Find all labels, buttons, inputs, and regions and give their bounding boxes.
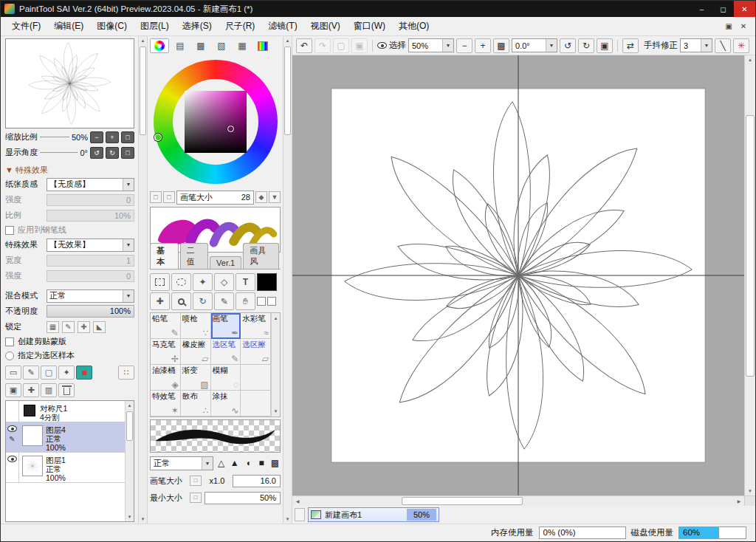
navigator-preview[interactable] [5,38,134,128]
brush-eraser[interactable]: 橡皮擦▱ [181,339,211,365]
brush-scatter[interactable]: 散布∴ [181,391,211,416]
canvas-rotate-cw-button[interactable]: ↻ [578,38,594,53]
apply-to-pen-checkbox[interactable] [5,226,14,235]
paper-texture-select[interactable]: 【无质感】 ▼ [47,178,134,191]
tab-scroll-button[interactable] [295,508,305,521]
layer-visibility-cell[interactable] [6,453,19,482]
brush-size-combo[interactable]: 画笔大小 28 [176,191,254,205]
redo-button[interactable]: ↷ [315,38,331,53]
brush-size-dropdown-button[interactable]: ▼ [269,191,281,203]
brush-size-unit-button[interactable]: □ [190,476,202,486]
zoom-reset-button[interactable]: □ [121,131,134,143]
tab-ver1[interactable]: Ver.1 [210,256,241,269]
background-color-swatch[interactable] [257,297,266,306]
brush-marker[interactable]: 马克笔✢ [151,339,181,365]
brush-pencil[interactable]: 铅笔✎ [151,313,181,339]
undo-button[interactable]: ↶ [296,38,312,53]
tab-painting[interactable]: 画具风 [243,243,279,269]
foreground-color-swatch[interactable] [257,273,277,291]
new-layer-button[interactable]: ▭ [5,366,21,380]
rgb-sliders-tab[interactable]: ▤ [171,38,190,53]
layer-row-layer4[interactable]: ✎ 图层4 正常 100% [6,422,125,453]
new-sketch-layer-button[interactable]: ✎ [23,366,39,380]
menu-ruler[interactable]: 尺子(R) [219,18,262,35]
menu-image[interactable]: 图像(C) [90,18,134,35]
color-mixer-tab[interactable]: ▧ [212,38,231,53]
brush-size-input[interactable]: 16.0 [233,475,281,487]
blend-mode-select[interactable]: 正常 ▼ [47,289,134,303]
deselect-button[interactable]: ▢ [333,38,349,53]
canvas-zoom-out-button[interactable]: − [456,38,472,53]
layers-scrollbar[interactable]: ▲ ▼ [125,401,134,521]
brush-empty-slot[interactable] [241,391,271,416]
scratchpad-tab[interactable] [253,38,272,53]
brush-tip-dome-icon[interactable]: ◖ [242,458,253,468]
effect-width-input[interactable]: 1 [47,255,134,267]
middle-panel-scrollbar[interactable]: ▲ ▼ [283,36,292,524]
brush-selection-eraser[interactable]: 选区擦▱ [241,339,271,365]
menu-file[interactable]: 文件(F) [5,18,47,35]
canvas-rotate-ccw-button[interactable]: ↺ [560,38,576,53]
menu-window[interactable]: 窗口(W) [347,18,392,35]
menu-edit[interactable]: 编辑(E) [47,18,90,35]
lock-pencil-button[interactable]: ✎ [62,321,75,333]
selection-source-radio[interactable] [5,351,14,360]
document-restore-button[interactable]: ▣ [721,22,736,30]
crop-selection-button[interactable]: ▣ [351,38,368,53]
saturation-value-square[interactable] [185,91,247,153]
brush-airbrush[interactable]: 喷枪∵ [181,313,211,339]
brush-bucket[interactable]: 油漆桶◈ [151,365,181,391]
move-tool[interactable]: ✚ [150,292,170,310]
mixer-small-button-2[interactable]: □ [163,191,175,203]
canvas-horizontal-scrollbar[interactable]: ◀ ▶ [292,495,744,506]
tab-binary[interactable]: 二值 [180,243,209,269]
menu-view[interactable]: 视图(V) [304,18,347,35]
rotate-ccw-button[interactable]: ↺ [90,147,103,159]
layer-row-ruler[interactable]: 对称尺1 4分割 [6,401,125,422]
rect-select-tool[interactable] [150,273,170,291]
brush-blur[interactable]: 模糊◌ [211,365,241,391]
brush-empty-slot[interactable] [241,365,271,391]
brush-size-scale[interactable]: x1.0 [205,476,230,485]
brush-smudge[interactable]: 涂抹∿ [211,391,241,416]
new-ruler-button[interactable] [76,366,92,380]
left-panel-scrollbar[interactable]: ▲ ▼ [138,36,148,524]
new-folder-button[interactable]: ▢ [41,366,57,380]
menu-select[interactable]: 选择(S) [176,18,219,35]
navigator-angle-slider[interactable] [40,152,78,153]
brush-grid-scrollbar[interactable]: ▲ ▼ [271,313,280,416]
brush-tip-solid-icon[interactable]: ▲ [229,458,240,468]
rotate-view-tool[interactable]: ↻ [193,292,213,310]
brush-watercolor[interactable]: 水彩笔≈ [241,313,271,339]
stabilizer-select[interactable]: 3 ▼ [680,38,712,52]
min-size-unit-button[interactable]: □ [190,493,202,503]
brush-brush[interactable]: 画笔✒ [211,313,241,339]
clear-layer-button[interactable]: ▥ [41,383,57,397]
panel-options-button[interactable]: ∷ [118,366,134,380]
texture-strength-input[interactable]: 0 [47,194,134,206]
merge-layer-button[interactable]: ✚ [23,383,39,397]
line-tool-button[interactable]: ╲ [715,38,731,53]
new-effect-layer-button[interactable]: ✦ [58,366,75,380]
swatches-tab[interactable]: ▦ [233,38,252,53]
brush-gradient[interactable]: 渐变▨ [181,365,211,391]
snap-settings-button[interactable]: ✳ [733,38,749,53]
magic-wand-tool[interactable]: ✦ [193,273,213,291]
vertical-scroll-thumb[interactable] [746,115,755,377]
canvas-vertical-scrollbar[interactable]: ▲ ▼ [744,55,755,506]
rotate-cw-button[interactable]: ↻ [106,147,119,159]
fit-to-window-button[interactable]: ▩ [493,38,509,53]
color-wheel[interactable] [152,58,279,185]
canvas-zoom-in-button[interactable]: + [475,38,491,53]
minimize-button[interactable]: – [691,1,712,17]
brush-blend-mode-select[interactable]: 正常 ▼ [150,456,213,470]
canvas[interactable] [292,55,744,495]
tab-basic[interactable]: 基本 [150,243,179,269]
document-tab[interactable]: 新建画布1 50% [308,507,439,522]
brush-tip-thin-icon[interactable]: △ [216,458,227,468]
layer-visibility-cell[interactable] [6,401,19,422]
brush-selection-pen[interactable]: 选区笔✎ [211,339,241,365]
hsv-sliders-tab[interactable]: ▩ [191,38,210,53]
copy-layer-button[interactable]: ▣ [5,383,21,397]
eyedropper-tool[interactable]: ✐ [214,292,234,310]
